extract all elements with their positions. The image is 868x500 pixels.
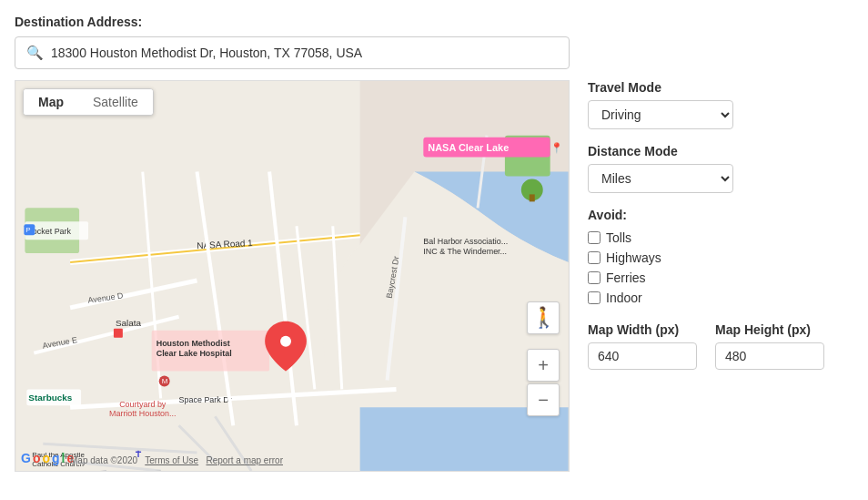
avoid-tolls-checkbox[interactable]: [588, 231, 601, 244]
address-input-wrapper: 🔍: [15, 36, 570, 69]
avoid-highways-row: Highways: [588, 248, 853, 268]
travel-mode-label: Travel Mode: [588, 80, 853, 95]
svg-text:Space Park Dr: Space Park Dr: [179, 395, 232, 404]
map-tabs: Map Satellite: [23, 88, 154, 116]
distance-mode-label: Distance Mode: [588, 144, 853, 158]
search-icon: 🔍: [26, 45, 44, 61]
map-width-group: Map Width (px): [588, 322, 697, 370]
avoid-indoor-checkbox[interactable]: [588, 291, 601, 304]
svg-text:Starbucks: Starbucks: [28, 393, 73, 403]
avoid-ferries-row: Ferries: [588, 268, 853, 288]
svg-text:Courtyard by: Courtyard by: [119, 400, 167, 409]
distance-mode-group: Distance Mode Miles Kilometers: [588, 144, 853, 193]
svg-text:📍: 📍: [550, 141, 563, 154]
avoid-section: Avoid: Tolls Highways Ferries Indoor: [588, 208, 853, 308]
street-view-button[interactable]: 🚶: [527, 301, 560, 334]
right-panel: Travel Mode Driving Walking Bicycling Tr…: [588, 80, 853, 472]
map-height-input[interactable]: [715, 342, 824, 370]
svg-text:Marriott Houston...: Marriott Houston...: [109, 409, 177, 418]
svg-text:Bal Harbor Associatio...: Bal Harbor Associatio...: [423, 237, 508, 246]
svg-text:M: M: [162, 377, 168, 385]
svg-text:INC & The Windemer...: INC & The Windemer...: [423, 247, 507, 256]
avoid-label: Avoid:: [588, 208, 853, 222]
person-icon: 🚶: [531, 306, 556, 330]
svg-rect-28: [114, 329, 123, 338]
address-input[interactable]: [51, 46, 558, 60]
zoom-out-button[interactable]: −: [527, 383, 560, 416]
avoid-tolls-row: Tolls: [588, 228, 853, 248]
report-map-error-link[interactable]: Report a map error: [207, 455, 283, 465]
terms-of-use-link[interactable]: Terms of Use: [145, 455, 198, 465]
svg-text:P: P: [25, 226, 30, 234]
map-container: Map Satellite NASA Road: [15, 80, 570, 472]
map-height-label: Map Height (px): [715, 322, 824, 337]
map-width-input[interactable]: [588, 342, 697, 370]
distance-mode-select[interactable]: Miles Kilometers: [588, 164, 733, 193]
map-controls: + −: [527, 349, 560, 416]
tab-map[interactable]: Map: [24, 89, 78, 115]
dimensions-row: Map Width (px) Map Height (px): [588, 322, 853, 370]
map-footer-text: Map data ©2020 Terms of Use Report a map…: [70, 455, 283, 465]
svg-text:NASA Clear Lake: NASA Clear Lake: [428, 142, 509, 153]
google-watermark: Google: [21, 451, 74, 465]
travel-mode-select[interactable]: Driving Walking Bicycling Transit: [588, 100, 733, 129]
avoid-ferries-checkbox[interactable]: [588, 271, 601, 284]
map-width-label: Map Width (px): [588, 322, 697, 337]
avoid-indoor-row: Indoor: [588, 288, 853, 308]
avoid-highways-label[interactable]: Highways: [606, 250, 661, 265]
svg-rect-46: [530, 194, 535, 201]
zoom-in-button[interactable]: +: [527, 349, 560, 382]
svg-text:Salata: Salata: [116, 318, 142, 328]
destination-label: Destination Address:: [15, 15, 853, 29]
svg-rect-1: [15, 81, 359, 471]
avoid-tolls-label[interactable]: Tolls: [606, 230, 631, 245]
svg-point-48: [280, 336, 291, 347]
svg-text:Clear Lake Hospital: Clear Lake Hospital: [156, 349, 232, 358]
svg-text:Houston Methodist: Houston Methodist: [156, 339, 230, 348]
avoid-highways-checkbox[interactable]: [588, 251, 601, 264]
tab-satellite[interactable]: Satellite: [78, 89, 153, 115]
map-height-group: Map Height (px): [715, 322, 824, 370]
avoid-indoor-label[interactable]: Indoor: [606, 291, 642, 305]
travel-mode-group: Travel Mode Driving Walking Bicycling Tr…: [588, 80, 853, 129]
avoid-ferries-label[interactable]: Ferries: [606, 270, 646, 285]
